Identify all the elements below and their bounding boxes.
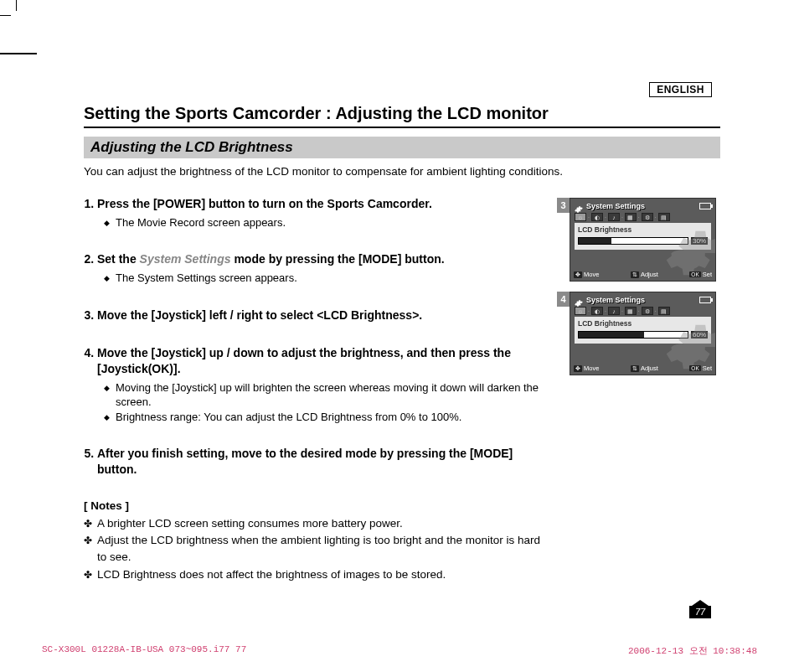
step-item: After you finish setting, move to the de… xyxy=(97,446,553,478)
section-subtitle: Adjusting the LCD Brightness xyxy=(84,137,720,158)
step-tab: 4 xyxy=(557,292,570,307)
crop-mark xyxy=(16,0,17,11)
footer-left: SC-X300L 01228A-IB-USA 073~095.i77 77 xyxy=(42,644,246,657)
page-title: Setting the Sports Camcorder : Adjusting… xyxy=(84,104,720,128)
step-tab: 3 xyxy=(557,198,570,213)
gear-icon xyxy=(575,296,583,304)
gear-icon xyxy=(575,202,583,210)
step-item: Set the System Settings mode by pressing… xyxy=(97,251,553,285)
lcd-set-label: Set xyxy=(703,364,712,372)
lcd-header: System Settings xyxy=(586,202,696,210)
language-badge: ENGLISH xyxy=(649,82,712,97)
lcd-screen: 3 System Settings ☼· ◐· ♪· ▦· ⚙· ▤ LCD B… xyxy=(570,198,716,282)
print-footer: SC-X300L 01228A-IB-USA 073~095.i77 77 20… xyxy=(42,644,757,657)
lcd-screen: 4 System Settings ☼· ◐· ♪· ▦· ⚙· ▤ LCD B… xyxy=(570,292,716,375)
lcd-header: System Settings xyxy=(586,296,696,304)
lcd-icon-row: ☼· ◐· ♪· ▦· ⚙· ▤ xyxy=(575,213,711,221)
ok-key-icon: OK xyxy=(689,365,700,371)
step-sub-item: Brightness range: You can adjust the LCD… xyxy=(104,410,553,425)
page-number-badge: 77 xyxy=(688,600,712,618)
lcd-move-label: Move xyxy=(584,271,599,278)
step-sub-item: The System Settings screen appears. xyxy=(104,271,553,286)
note-item: LCD Brightness does not affect the brigh… xyxy=(84,566,553,583)
step-sub-item: The Movie Record screen appears. xyxy=(104,215,553,230)
lcd-adjust-label: Adjust xyxy=(641,271,658,278)
step-item: Move the [Joystick] up / down to adjust … xyxy=(97,345,553,424)
note-item: Adjust the LCD brightness when the ambie… xyxy=(84,532,553,566)
lcd-move-label: Move xyxy=(584,364,599,372)
lcd-set-label: Set xyxy=(703,271,712,278)
step-item: Press the [POWER] button to turn on the … xyxy=(97,196,553,230)
crop-mark xyxy=(0,53,37,54)
note-item: A brighter LCD screen setting consumes m… xyxy=(84,515,553,532)
joystick-icon: ✥ xyxy=(574,365,582,372)
lcd-screenshots: 3 System Settings ☼· ◐· ♪· ▦· ⚙· ▤ LCD B… xyxy=(570,198,716,385)
adjust-icon: ⇅ xyxy=(631,271,639,278)
crop-mark xyxy=(0,15,11,16)
joystick-icon: ✥ xyxy=(574,271,582,278)
lcd-adjust-label: Adjust xyxy=(641,364,658,372)
battery-icon xyxy=(699,297,711,303)
steps-list: Press the [POWER] button to turn on the … xyxy=(97,196,553,478)
notes-list: A brighter LCD screen setting consumes m… xyxy=(84,515,553,583)
step-sub-item: Moving the [Joystick] up will brighten t… xyxy=(104,380,553,410)
notes-heading: [ Notes ] xyxy=(84,499,553,512)
step-item: Move the [Joystick] left / right to sele… xyxy=(97,308,553,323)
intro-text: You can adjust the brightness of the LCD… xyxy=(84,165,720,178)
battery-icon xyxy=(699,203,711,209)
footer-right: 2006-12-13 오전 10:38:48 xyxy=(628,644,757,657)
ok-key-icon: OK xyxy=(689,271,700,277)
lcd-icon-row: ☼· ◐· ♪· ▦· ⚙· ▤ xyxy=(575,307,711,315)
adjust-icon: ⇅ xyxy=(631,365,639,372)
